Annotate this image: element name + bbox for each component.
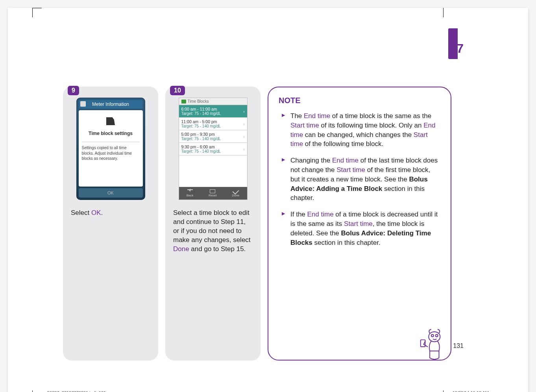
step-caption: Select a time block to edit and continue… [173,209,253,254]
note-highlight: End time [307,211,334,218]
reset-label: Reset [209,194,217,197]
screenshot-footer: Back Reset Done [179,187,247,200]
screenshot-message: Settings copied to all time blocks. Adju… [82,145,140,161]
note-text: can be changed, which changes the [303,131,414,139]
chapter-number: 7 [457,41,464,56]
screenshot-header-text: Meter Information [92,102,129,107]
svg-point-0 [429,332,440,342]
done-button: Done [232,189,239,197]
crop-mark [443,390,444,392]
time-block-row: 9:30 pm - 6:00 am Target: 75 - 140 mg/dL… [179,143,247,155]
mascot-illustration [416,328,447,363]
page-number: 131 [453,342,464,349]
note-text: of the following time block. [303,140,383,148]
screenshot-titlebar: Time Blocks [179,98,247,105]
note-text: section in this chapter. [312,239,381,246]
back-label: Back [187,194,194,197]
note-text: If the [290,211,307,218]
time-range: 11:00 am - 5:00 pm [181,119,245,124]
device-screenshot-time-blocks: Time Blocks 6:00 am - 11:00 am Target: 7… [179,98,248,200]
chevron-right-icon: › [243,147,244,151]
screenshot-header: Meter Information [79,100,143,109]
note-text: of a time block is the same as the [330,112,431,120]
settings-icon [106,117,115,125]
chevron-right-icon: › [243,134,244,139]
time-range: 6:00 am - 11:00 am [181,107,245,111]
note-text: of its following time block. Only an [319,122,424,129]
step-badge: 10 [170,86,185,95]
note-highlight: Start time [344,220,373,227]
note-box: NOTE The End time of a time block is the… [268,87,451,361]
note-item: The End time of a time block is the same… [279,111,440,149]
screenshot-title: Time block settings [89,131,133,136]
app-icon [181,100,186,104]
time-range: 9:30 pm - 6:00 am [181,144,245,149]
reset-icon [210,189,215,193]
time-range: 5:00 pm - 9:30 pm [181,132,245,137]
caption-text: Select [71,209,91,216]
caption-text: . [101,209,103,216]
note-text: Changing the [290,157,332,164]
divider [82,142,140,142]
svg-point-2 [436,335,438,337]
footer-file: 52297_07167776001.indb 131 [47,390,106,392]
footer-date: 10/20/14 11:18 AM [453,390,489,392]
note-highlight: Start time [336,166,365,174]
content-row: 9 Meter Information Time block settings … [63,87,451,361]
manual-page: 7 9 Meter Information Time block setting… [8,8,528,392]
chevron-right-icon: › [243,109,244,113]
note-list: The End time of a time block is the same… [279,111,440,247]
caption-highlight: OK [91,209,101,216]
chevron-right-icon: › [243,122,244,126]
crop-mark [32,390,42,392]
note-highlight: Start time [290,122,319,129]
crop-mark [32,8,42,17]
note-item: If the End time of a time block is decre… [279,210,440,247]
note-title: NOTE [279,96,440,105]
step-badge: 9 [68,86,79,95]
note-text: The [290,112,304,120]
device-screenshot-meter-info: Meter Information Time block settings Se… [76,98,145,200]
target-value: Target: 75 - 140 mg/dL [181,124,245,128]
caption-highlight: Done [173,245,189,253]
time-block-row: 5:00 pm - 9:30 pm Target: 75 - 140 mg/dL… [179,130,247,143]
empty-space [179,155,247,187]
note-item: Changing the End time of the last time b… [279,156,440,203]
back-button: Back [187,189,194,197]
target-value: Target: 75 - 140 mg/dL [181,137,245,141]
ok-button: OK [79,188,143,198]
note-highlight: End time [304,112,330,120]
back-icon [187,189,193,193]
note-highlight: End time [332,157,359,164]
target-value: Target: 75 - 140 mg/dL [181,149,245,153]
screenshot-title: Time Blocks [188,99,209,104]
caption-text: and go to Step 15. [189,245,246,253]
screenshot-body: Time block settings Settings copied to a… [79,110,143,187]
time-block-row: 6:00 am - 11:00 am Target: 75 - 140 mg/d… [179,105,247,118]
step-card-9: 9 Meter Information Time block settings … [63,87,158,361]
caption-text: Select a time block to edit and continue… [173,209,251,244]
svg-point-1 [431,335,434,337]
step-caption: Select OK. [71,209,150,218]
step-card-10: 10 Time Blocks 6:00 am - 11:00 am Target… [165,87,261,361]
crop-mark [443,8,444,17]
time-block-row: 11:00 am - 5:00 pm Target: 75 - 140 mg/d… [179,118,247,130]
done-label: Done [232,194,239,197]
target-value: Target: 75 - 140 mg/dL [181,111,245,116]
reset-button: Reset [209,189,217,197]
page-icon [80,101,86,107]
